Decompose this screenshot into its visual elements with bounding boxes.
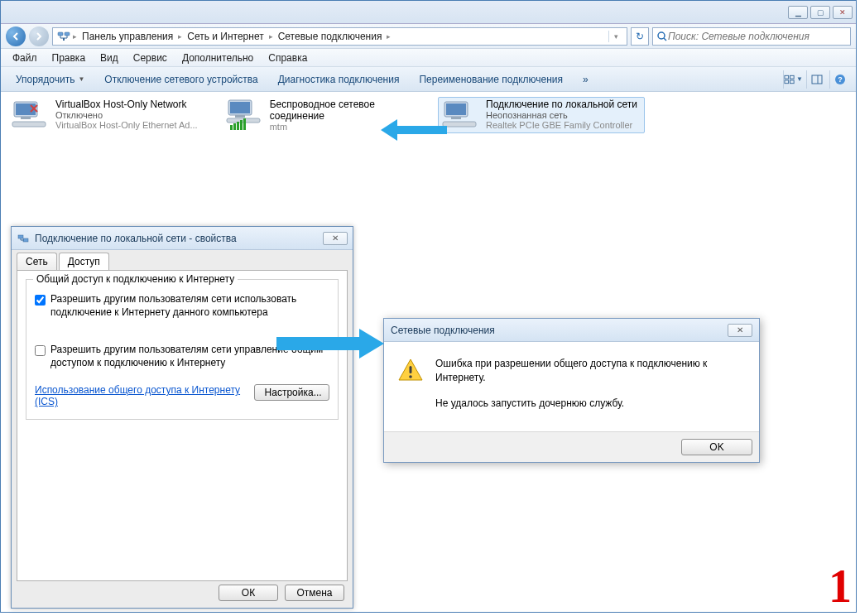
network-adapter-icon [224,99,263,132]
svg-rect-14 [21,117,31,119]
connection-name: Подключение по локальной сети [486,99,637,110]
command-bar: Упорядочить▼ Отключение сетевого устройс… [1,67,856,92]
svg-rect-0 [58,32,63,36]
chevron-down-icon: ▼ [78,75,84,83]
svg-rect-31 [18,235,23,238]
svg-rect-4 [785,75,789,79]
annotation-arrow [276,327,384,363]
tab-network[interactable]: Сеть [17,253,57,270]
svg-rect-26 [243,118,246,130]
tab-panel-sharing: Общий доступ к подключению к Интернету Р… [17,270,348,581]
breadcrumb-seg[interactable]: Сетевые подключения [275,31,386,42]
chevron-right-icon: ▸ [385,32,392,41]
back-button[interactable] [6,26,26,46]
tab-strip: Сеть Доступ [12,250,353,270]
search-box[interactable] [652,27,851,46]
svg-rect-15 [12,122,46,127]
checkbox-input[interactable] [35,295,46,306]
svg-rect-25 [240,120,243,130]
close-button[interactable]: ✕ [833,6,853,19]
svg-rect-20 [235,115,245,118]
connection-item-vbox[interactable]: VirtualBox Host-Only Network Отключено V… [7,97,214,133]
settings-button[interactable]: Настройка... [254,384,329,401]
svg-rect-5 [790,75,794,79]
svg-rect-33 [410,366,412,373]
ics-help-link[interactable]: Использование общего доступа к Интернету… [35,384,254,407]
svg-rect-28 [446,103,466,115]
search-input[interactable] [668,31,847,42]
svg-point-34 [409,375,412,378]
group-label: Общий доступ к подключению к Интернету [33,273,238,285]
breadcrumb-seg[interactable]: Панель управления [79,31,176,42]
cmd-diagnose[interactable]: Диагностика подключения [270,70,408,89]
cmd-overflow[interactable]: » [574,70,597,89]
ok-button[interactable]: OK [681,439,752,455]
error-dialog: Сетевые подключения ✕ Ошибка при разреше… [383,318,760,463]
annotation-number: 1 [829,560,852,613]
annotation-arrow [381,118,447,145]
forward-button[interactable] [29,26,49,46]
error-dialog-titlebar: Сетевые подключения ✕ [384,319,759,342]
minimize-button[interactable]: ▁ [788,6,808,19]
address-bar[interactable]: ▸ Панель управления ▸ Сеть и Интернет ▸ … [52,27,627,46]
titlebar: ▁ ▢ ✕ [1,1,856,24]
preview-pane-button[interactable] [806,70,826,89]
connection-device: VirtualBox Host-Only Ethernet Ad... [55,120,198,130]
menu-edit[interactable]: Правка [46,51,93,65]
properties-dialog-title: Подключение по локальной сети - свойства [35,233,237,244]
chevron-right-icon: ▸ [267,32,275,41]
network-icon [56,30,71,43]
refresh-button[interactable]: ↻ [631,27,649,46]
view-mode-button[interactable]: ▼ [783,70,803,89]
connection-device: Realtek PCIe GBE Family Controller [486,120,637,130]
svg-rect-6 [785,79,789,83]
breadcrumb-seg[interactable]: Сеть и Интернет [184,31,267,42]
chevron-right-icon: ▸ [176,32,184,41]
cmd-organize[interactable]: Упорядочить▼ [7,70,93,89]
dialog-close-button[interactable]: ✕ [728,324,752,337]
properties-dialog-titlebar: Подключение по локальной сети - свойства… [12,227,353,250]
maximize-button[interactable]: ▢ [810,6,830,19]
svg-rect-30 [443,122,476,127]
cmd-rename[interactable]: Переименование подключения [411,70,571,89]
svg-rect-19 [230,102,250,113]
connection-item-lan-selected[interactable]: Подключение по локальной сети Неопознанн… [438,97,645,133]
error-dialog-title: Сетевые подключения [391,325,495,336]
allow-sharing-checkbox[interactable]: Разрешить другим пользователям сети испо… [35,293,329,319]
svg-rect-23 [233,123,236,130]
connection-status: Отключено [55,110,198,120]
cmd-disable[interactable]: Отключение сетевого устройства [96,70,266,89]
svg-point-3 [658,32,665,39]
svg-rect-8 [812,75,822,84]
network-adapter-icon [9,99,49,132]
chevron-right-icon: ▸ [71,32,79,41]
menu-advanced[interactable]: Дополнительно [175,51,260,65]
network-icon [17,232,30,245]
svg-rect-1 [65,32,70,36]
menu-bar: Файл Правка Вид Сервис Дополнительно Спр… [1,49,856,67]
checkbox-input[interactable] [35,345,46,356]
dropdown-icon[interactable]: ▾ [608,31,623,42]
svg-rect-7 [790,79,794,83]
menu-file[interactable]: Файл [6,51,44,65]
connection-name: VirtualBox Host-Only Network [55,99,198,110]
properties-dialog: Подключение по локальной сети - свойства… [11,226,353,609]
menu-view[interactable]: Вид [94,51,125,65]
ok-button[interactable]: ОК [219,585,278,601]
svg-text:?: ? [838,75,843,84]
menu-tools[interactable]: Сервис [127,51,174,65]
dialog-close-button[interactable]: ✕ [323,232,348,245]
menu-help[interactable]: Справка [262,51,314,65]
checkbox-label: Разрешить другим пользователям сети испо… [50,293,329,319]
warning-icon [397,357,424,383]
connection-status: Неопознанная сеть [486,110,637,120]
navigation-bar: ▸ Панель управления ▸ Сеть и Интернет ▸ … [1,24,856,49]
help-button[interactable]: ? [829,70,849,89]
svg-rect-22 [230,125,233,130]
svg-rect-29 [451,117,461,119]
cancel-button[interactable]: Отмена [285,585,344,601]
search-icon [656,31,668,42]
svg-rect-2 [63,38,65,41]
tab-sharing[interactable]: Доступ [59,253,109,270]
error-message-2: Не удалось запустить дочернюю службу. [435,397,746,411]
